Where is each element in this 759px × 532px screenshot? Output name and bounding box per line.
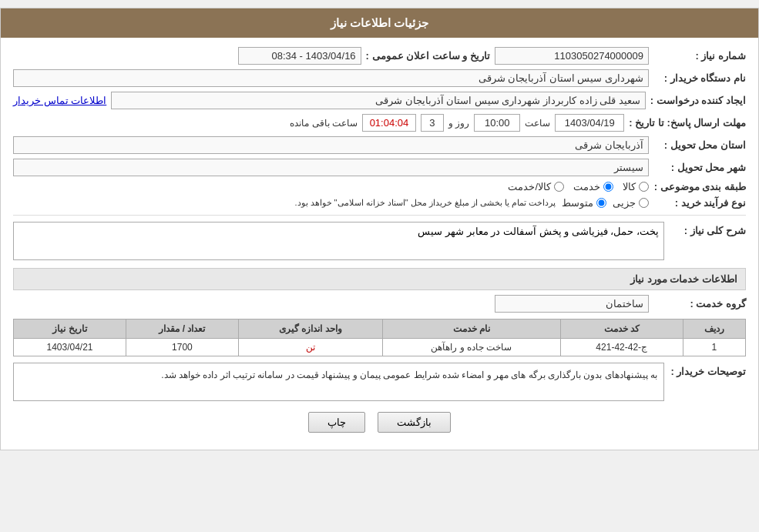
print-button[interactable]: چاپ	[308, 412, 365, 433]
province-value: آذربایجان شرقی	[13, 136, 649, 154]
cell-date-1: 1403/04/21	[14, 339, 126, 356]
cell-name-1: ساخت جاده و راهآهن	[382, 339, 560, 356]
announce-label: تاریخ و ساعت اعلان عمومی :	[366, 50, 490, 62]
category-radio-group: کالا خدمت کالا/خدمت	[508, 181, 649, 192]
col-header-date: تاریخ نیاز	[14, 320, 126, 339]
category-radio-kala[interactable]	[639, 182, 649, 192]
purchase-note: پرداخت تمام یا بخشی از مبلغ خریداز محل "…	[294, 198, 556, 208]
service-table: ردیف کد خدمت نام خدمت واحد اندازه گیری ت…	[13, 319, 746, 356]
category-option-kala-khedmat[interactable]: کالا/خدمت	[508, 181, 564, 192]
category-label: طبقه بندی موضوعی :	[653, 181, 746, 192]
deadline-time-label: ساعت	[525, 118, 550, 129]
category-label-khedmat: خدمت	[573, 181, 600, 192]
buyer-note-label: توصیحات خریدار :	[669, 363, 746, 377]
col-header-code: کد خدمت	[560, 320, 683, 339]
city-value: سیستر	[13, 159, 649, 176]
description-label: شرح کلی نیاز :	[669, 222, 746, 236]
buyer-org-label: نام دستگاه خریدار :	[653, 72, 746, 84]
remaining-label: ساعت باقی مانده	[290, 118, 358, 129]
cell-code-1: ج-42-42-421	[560, 339, 683, 356]
service-group-value: ساختمان	[495, 295, 649, 313]
announce-value: 1403/04/16 - 08:34	[238, 47, 361, 65]
service-group-label: گروه خدمت :	[653, 298, 746, 309]
deadline-time: 10:00	[474, 114, 520, 132]
province-label: استان محل تحویل :	[653, 139, 746, 151]
cell-row-1: 1	[683, 339, 745, 356]
deadline-date: 1403/04/19	[555, 114, 624, 132]
deadline-days: 3	[421, 114, 444, 132]
purchase-type-label: نوع فرآیند خرید :	[653, 197, 746, 209]
purchase-radio-jozi[interactable]	[639, 198, 649, 208]
cell-unit-1: تن	[238, 339, 382, 356]
buttons-row: بازگشت چاپ	[13, 412, 746, 433]
buyer-org-value: شهرداری سیس استان آذربایجان شرقی	[13, 69, 649, 87]
col-header-unit: واحد اندازه گیری	[238, 320, 382, 339]
purchase-label-jozi: جزیی	[613, 197, 636, 209]
purchase-type-group: جزیی متوسط پرداخت تمام یا بخشی از مبلغ خ…	[294, 197, 649, 209]
need-number-label: شماره نیاز :	[653, 50, 746, 62]
requester-label: ایجاد کننده درخواست :	[650, 95, 746, 106]
col-header-qty: تعداد / مقدار	[126, 320, 239, 339]
col-header-name: نام خدمت	[382, 320, 560, 339]
purchase-option-jozi[interactable]: جزیی	[613, 197, 649, 209]
table-row: 1 ج-42-42-421 ساخت جاده و راهآهن تن 1700…	[14, 339, 746, 356]
need-number-value: 1103050274000009	[495, 47, 649, 65]
category-label-kala-khedmat: کالا/خدمت	[508, 181, 551, 192]
deadline-label: مهلت ارسال پاسخ: تا تاریخ :	[629, 117, 746, 129]
page-title: جزئیات اطلاعات نیاز	[1, 8, 758, 38]
category-option-khedmat[interactable]: خدمت	[573, 181, 613, 192]
purchase-option-mota[interactable]: متوسط	[562, 197, 606, 209]
description-textarea[interactable]	[13, 222, 664, 260]
category-label-kala: کالا	[623, 181, 636, 192]
category-option-kala[interactable]: کالا	[623, 181, 649, 192]
purchase-label-mota: متوسط	[562, 197, 593, 209]
city-label: شهر محل تحویل :	[653, 162, 746, 173]
category-radio-kala-khedmat[interactable]	[554, 182, 564, 192]
deadline-days-label: روز و	[448, 118, 469, 129]
services-section-header: اطلاعات خدمات مورد نیاز	[13, 268, 746, 290]
col-header-row: ردیف	[683, 320, 745, 339]
cell-qty-1: 1700	[126, 339, 239, 356]
contact-link[interactable]: اطلاعات تماس خریدار	[13, 95, 106, 106]
category-radio-khedmat[interactable]	[603, 182, 613, 192]
buyer-note-value: به پیشنهادهای بدون بارگذاری برگه های مهر…	[13, 363, 664, 401]
remaining-time: 01:04:04	[362, 114, 416, 132]
purchase-radio-mota[interactable]	[596, 198, 606, 208]
requester-value: سعید قلی زاده کاربرداز شهرداری سیس استان…	[111, 92, 646, 109]
back-button[interactable]: بازگشت	[378, 412, 451, 433]
